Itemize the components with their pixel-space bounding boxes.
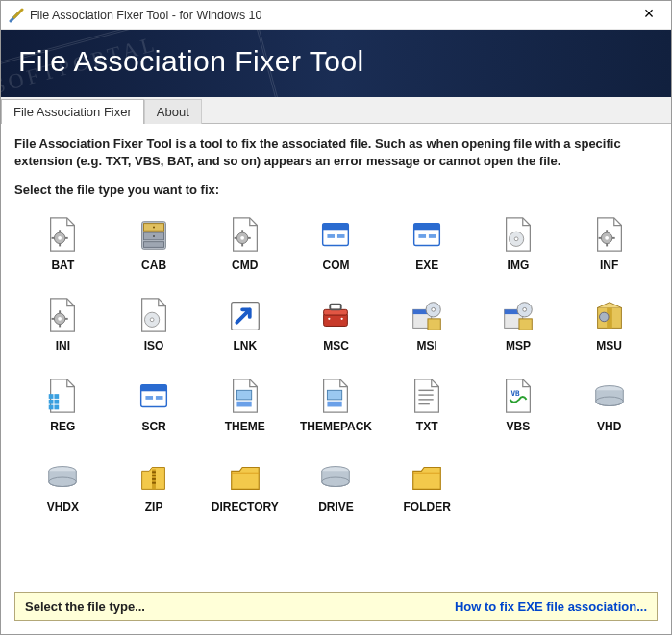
shortcut-icon	[224, 295, 266, 337]
filetype-item-reg[interactable]: REG	[20, 374, 106, 435]
filetype-label: THEMEPACK	[300, 420, 372, 433]
filetype-item-cab[interactable]: CAB	[112, 212, 197, 274]
filetype-label: COM	[322, 258, 349, 272]
status-bar: Select the file type... How to fix EXE f…	[14, 592, 658, 621]
filetype-item-themepack[interactable]: THEMEPACK	[293, 374, 379, 435]
installer-icon	[497, 295, 539, 337]
window-app-icon	[133, 376, 175, 418]
content-panel: File Association Fixer Tool is a tool to…	[1, 123, 671, 537]
toolbox-icon	[314, 295, 357, 337]
filetype-label: ISO	[144, 339, 164, 353]
filetype-label: LNK	[233, 339, 257, 353]
filetype-label: VBS	[507, 420, 531, 433]
filetype-label: VHD	[597, 420, 621, 433]
drive-icon	[41, 456, 84, 499]
filetype-label: EXE	[415, 258, 438, 272]
close-button[interactable]: ×	[627, 1, 671, 30]
filetype-item-vhdx[interactable]: VHDX	[20, 454, 106, 516]
filetype-label: THEME	[225, 420, 265, 433]
filetype-label: INI	[56, 339, 70, 353]
cabinet-icon	[133, 214, 175, 256]
window-title: File Association Fixer Tool - for Window…	[30, 9, 262, 22]
filetype-item-bat[interactable]: BAT	[20, 212, 106, 274]
instruction-text: Select the file type you want to fix:	[14, 183, 658, 197]
window-app-icon	[406, 214, 448, 256]
filetype-item-theme[interactable]: THEME	[202, 374, 287, 435]
app-icon	[9, 8, 24, 23]
filetype-label: MSC	[323, 339, 349, 353]
filetype-label: DRIVE	[318, 501, 354, 514]
filetype-item-img[interactable]: IMG	[476, 212, 561, 274]
filetype-item-iso[interactable]: ISO	[112, 293, 197, 354]
tabs: File Association Fixer About	[1, 97, 671, 123]
folder-icon	[406, 456, 448, 499]
filetype-item-cmd[interactable]: CMD	[202, 212, 287, 274]
filetype-label: MSU	[596, 339, 622, 353]
filetype-item-zip[interactable]: ZIP	[112, 454, 197, 516]
header-banner: File Association Fixer Tool SOFTPORTAL	[1, 30, 671, 97]
text-file-icon	[406, 376, 448, 418]
description-text: File Association Fixer Tool is a tool to…	[14, 135, 658, 169]
file-gear-icon	[224, 214, 266, 256]
tab-file-association-fixer[interactable]: File Association Fixer	[1, 99, 144, 124]
filetype-item-com[interactable]: COM	[293, 212, 379, 274]
filetype-label: IMG	[508, 258, 530, 272]
script-icon	[497, 376, 539, 418]
filetype-label: CAB	[141, 258, 166, 272]
filetype-item-drive[interactable]: DRIVE	[293, 454, 379, 516]
titlebar: File Association Fixer Tool - for Window…	[1, 1, 671, 30]
filetype-label: VHDX	[47, 501, 79, 514]
banner-title: File Association Fixer Tool	[18, 45, 364, 77]
tab-about[interactable]: About	[144, 99, 202, 124]
file-gear-icon	[588, 214, 631, 256]
filetype-item-msi[interactable]: MSI	[385, 293, 470, 354]
filetype-label: TXT	[416, 420, 438, 433]
filetype-item-folder[interactable]: FOLDER	[385, 454, 470, 516]
filetype-item-msc[interactable]: MSC	[293, 293, 379, 354]
window-app-icon	[314, 214, 357, 256]
package-box-icon	[588, 295, 631, 337]
filetype-item-inf[interactable]: INF	[566, 212, 652, 274]
drive-icon	[588, 376, 631, 418]
filetype-item-directory[interactable]: DIRECTORY	[202, 454, 287, 516]
filetype-item-lnk[interactable]: LNK	[202, 293, 287, 354]
filetype-item-exe[interactable]: EXE	[385, 212, 470, 274]
registry-icon	[41, 376, 84, 418]
filetype-label: REG	[50, 420, 75, 433]
zip-icon	[133, 456, 175, 499]
installer-icon	[406, 295, 448, 337]
status-message: Select the file type...	[25, 599, 145, 614]
filetype-label: MSI	[417, 339, 437, 353]
filetype-grid: BAT CAB CMD COM EXE IMG INF INI	[14, 208, 658, 531]
theme-icon	[224, 376, 266, 418]
filetype-label: CMD	[232, 258, 258, 272]
disc-file-icon	[133, 295, 175, 337]
filetype-item-txt[interactable]: TXT	[385, 374, 470, 435]
filetype-label: INF	[600, 258, 618, 272]
file-gear-icon	[41, 295, 84, 337]
disc-file-icon	[497, 214, 539, 256]
filetype-item-vbs[interactable]: VBS	[476, 374, 561, 435]
filetype-item-scr[interactable]: SCR	[112, 374, 197, 435]
filetype-label: SCR	[141, 420, 165, 433]
filetype-label: BAT	[51, 258, 74, 272]
theme-icon	[314, 376, 357, 418]
filetype-item-vhd[interactable]: VHD	[566, 374, 652, 435]
filetype-item-ini[interactable]: INI	[20, 293, 106, 354]
folder-icon	[224, 456, 266, 499]
filetype-label: FOLDER	[404, 501, 451, 514]
filetype-label: MSP	[506, 339, 531, 353]
file-gear-icon	[41, 214, 84, 256]
filetype-item-msp[interactable]: MSP	[476, 293, 561, 354]
help-link[interactable]: How to fix EXE file association...	[455, 599, 647, 614]
drive-icon	[314, 456, 357, 499]
filetype-label: ZIP	[145, 501, 163, 514]
filetype-label: DIRECTORY	[212, 501, 279, 514]
filetype-item-msu[interactable]: MSU	[566, 293, 652, 354]
